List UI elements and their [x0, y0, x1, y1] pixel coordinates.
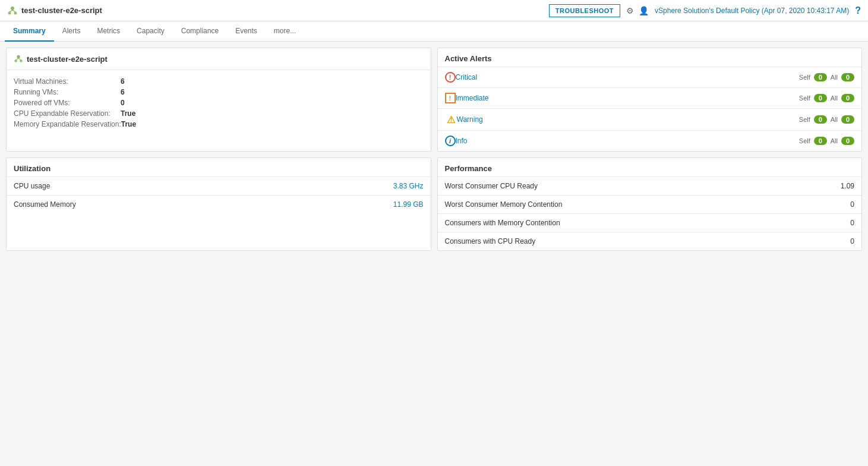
perf-name-mem-contention: Worst Consumer Memory Contention	[445, 200, 563, 209]
info-row-running: Running VMs: 6	[14, 87, 424, 97]
info-label-running: Running VMs:	[14, 88, 121, 96]
self-count-immediate: 0	[814, 94, 827, 102]
perf-row-consumers-cpu: Consumers with CPU Ready 0	[438, 232, 862, 250]
perf-name-consumers-mem: Consumers with Memory Contention	[445, 219, 560, 227]
top-bar-left: test-cluster-e2e-script	[7, 5, 102, 16]
alert-counts-immediate: Self 0 All 0	[799, 94, 854, 102]
self-count-info: 0	[814, 137, 827, 145]
svg-point-7	[20, 59, 22, 62]
utilization-card: Utilization CPU usage 3.83 GHz Consumed …	[6, 158, 431, 251]
cluster-info-header: test-cluster-e2e-script	[7, 48, 431, 70]
all-count-critical: 0	[841, 73, 854, 81]
tab-more[interactable]: more...	[266, 21, 304, 42]
info-label-cpu-expandable: CPU Expandable Reservation:	[14, 109, 121, 118]
alert-name-info[interactable]: Info	[456, 137, 799, 145]
svg-point-0	[11, 7, 14, 10]
alert-row-info: i Info Self 0 All 0	[438, 131, 862, 151]
alert-counts-warning: Self 0 All 0	[799, 115, 854, 124]
util-name-cpu: CPU usage	[14, 182, 50, 190]
policy-link[interactable]: vSphere Solution's Default Policy (Apr 0…	[655, 7, 849, 15]
alert-name-immediate[interactable]: Immediate	[456, 94, 799, 102]
utilization-title: Utilization	[14, 164, 50, 173]
perf-value-consumers-mem: 0	[850, 219, 854, 227]
nav-tabs: Summary Alerts Metrics Capacity Complian…	[0, 21, 868, 42]
self-count-critical: 0	[814, 73, 827, 81]
warning-icon: ⚠	[445, 114, 457, 125]
all-count-immediate: 0	[841, 94, 854, 102]
svg-point-1	[8, 11, 11, 14]
cluster-info-table: Virtual Machines: 6 Running VMs: 6 Power…	[7, 70, 431, 136]
help-icon[interactable]: ?	[855, 5, 861, 16]
alert-name-critical[interactable]: Critical	[456, 73, 799, 81]
info-value-running: 6	[121, 88, 125, 96]
immediate-icon: !	[445, 93, 456, 103]
active-alerts-card: Active Alerts ! Critical Self 0 All 0 ! …	[437, 48, 863, 152]
info-row-cpu-expandable: CPU Expandable Reservation: True	[14, 108, 424, 119]
info-value-powered-off: 0	[121, 99, 125, 107]
util-row-cpu: CPU usage 3.83 GHz	[7, 177, 431, 196]
cluster-header-icon	[14, 54, 23, 64]
svg-line-9	[18, 58, 21, 60]
perf-value-cpu-ready: 1.09	[841, 182, 854, 190]
self-count-warning: 0	[814, 115, 827, 124]
self-label-critical: Self	[799, 74, 810, 81]
tab-events[interactable]: Events	[227, 21, 266, 42]
info-icon: i	[445, 136, 456, 146]
alert-row-critical: ! Critical Self 0 All 0	[438, 67, 862, 88]
tab-capacity[interactable]: Capacity	[128, 21, 173, 42]
info-label-powered-off: Powered off VMs:	[14, 99, 121, 107]
critical-icon: !	[445, 72, 456, 83]
self-label-info: Self	[799, 137, 810, 144]
cluster-name-title: test-cluster-e2e-script	[21, 6, 102, 15]
top-bar: test-cluster-e2e-script TROUBLESHOOT ⚙ 👤…	[0, 0, 868, 21]
info-value-vms: 6	[121, 77, 125, 86]
troubleshoot-button[interactable]: TROUBLESHOOT	[549, 4, 620, 17]
tab-alerts[interactable]: Alerts	[54, 21, 89, 42]
utilization-header: Utilization	[7, 158, 431, 177]
all-count-warning: 0	[841, 115, 854, 124]
user-icon[interactable]: 👤	[639, 6, 649, 15]
svg-line-8	[16, 58, 18, 60]
tab-compliance[interactable]: Compliance	[173, 21, 227, 42]
perf-value-consumers-cpu: 0	[850, 237, 854, 245]
settings-icon[interactable]: ⚙	[626, 6, 634, 15]
perf-name-consumers-cpu: Consumers with CPU Ready	[445, 237, 536, 245]
perf-row-mem-contention: Worst Consumer Memory Contention 0	[438, 196, 862, 214]
tab-summary[interactable]: Summary	[5, 21, 54, 42]
svg-point-5	[17, 55, 20, 58]
self-label-warning: Self	[799, 116, 810, 123]
info-row-mem-expandable: Memory Expandable Reservation: True	[14, 119, 424, 130]
perf-value-mem-contention: 0	[850, 200, 854, 209]
svg-point-2	[14, 11, 17, 14]
info-label-vms: Virtual Machines:	[14, 77, 121, 86]
all-label-info: All	[831, 137, 838, 144]
all-label-immediate: All	[831, 95, 838, 102]
tab-metrics[interactable]: Metrics	[89, 21, 128, 42]
all-count-info: 0	[841, 137, 854, 145]
perf-row-cpu-ready: Worst Consumer CPU Ready 1.09	[438, 177, 862, 196]
util-value-memory: 11.99 GB	[393, 200, 424, 209]
performance-title: Performance	[445, 164, 492, 173]
perf-row-consumers-mem: Consumers with Memory Contention 0	[438, 214, 862, 232]
info-label-mem-expandable: Memory Expandable Reservation:	[14, 120, 121, 128]
alert-counts-critical: Self 0 All 0	[799, 73, 854, 81]
alerts-title: Active Alerts	[445, 54, 492, 63]
util-row-memory: Consumed Memory 11.99 GB	[7, 196, 431, 213]
all-label-warning: All	[831, 116, 838, 123]
alert-name-warning[interactable]: Warning	[457, 115, 799, 124]
alert-row-warning: ⚠ Warning Self 0 All 0	[438, 109, 862, 131]
perf-name-cpu-ready: Worst Consumer CPU Ready	[445, 182, 538, 190]
info-row-powered-off: Powered off VMs: 0	[14, 97, 424, 108]
alerts-header: Active Alerts	[438, 48, 862, 67]
performance-header: Performance	[438, 158, 862, 177]
info-value-mem-expandable: True	[121, 120, 136, 128]
cluster-info-card: test-cluster-e2e-script Virtual Machines…	[6, 48, 431, 152]
svg-point-6	[14, 59, 17, 62]
top-bar-right: TROUBLESHOOT ⚙ 👤 vSphere Solution's Defa…	[549, 4, 861, 17]
self-label-immediate: Self	[799, 95, 810, 102]
util-value-cpu: 3.83 GHz	[393, 182, 424, 190]
util-name-memory: Consumed Memory	[14, 200, 76, 209]
info-row-vms: Virtual Machines: 6	[14, 76, 424, 87]
top-bar-icons: ⚙ 👤	[626, 6, 649, 15]
alert-counts-info: Self 0 All 0	[799, 137, 854, 145]
